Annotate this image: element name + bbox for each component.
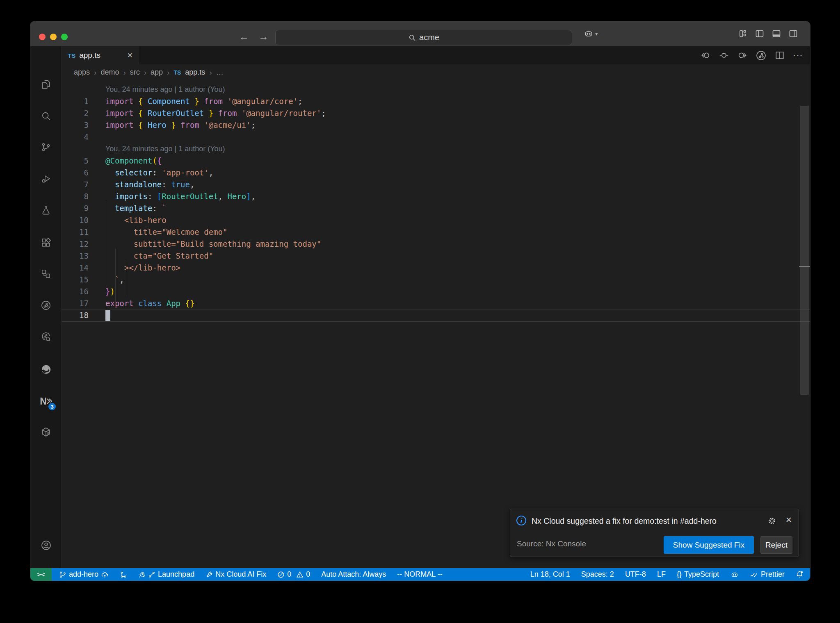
line-number: 6 [62, 167, 89, 179]
git-branch-item[interactable]: add-hero [59, 570, 109, 579]
code-line-10: 10 <lib-hero [62, 214, 810, 226]
reject-button[interactable]: Reject [760, 536, 792, 554]
nav-position-icon[interactable] [719, 50, 729, 61]
project-graph-icon[interactable] [30, 297, 62, 314]
search-icon [408, 34, 416, 42]
close-icon[interactable]: ✕ [127, 51, 133, 60]
remote-indicator[interactable]: >< [30, 568, 52, 581]
breadcrumb-item[interactable]: src [130, 68, 140, 77]
code-line-1: 1import { Component } from '@angular/cor… [62, 95, 810, 107]
code-editor[interactable]: You, 24 minutes ago | 1 author (You)1imp… [62, 80, 810, 568]
notifications-bell-item[interactable] [796, 571, 803, 578]
code-line-11: 11 title="Welcmoe demo" [62, 226, 810, 238]
scrollbar-thumb[interactable] [800, 106, 809, 395]
traffic-light-zoom[interactable] [61, 34, 68, 40]
breadcrumb-file[interactable]: app.ts [185, 68, 205, 77]
project-structure-icon[interactable] [30, 266, 62, 282]
close-icon[interactable]: ✕ [785, 515, 792, 525]
containers-icon[interactable] [30, 424, 62, 440]
language-label: TypeScript [684, 570, 719, 579]
indentation-item[interactable]: Spaces: 2 [581, 570, 614, 579]
line-number: 3 [62, 119, 89, 131]
code-line-17: 17export class App {} [62, 298, 810, 309]
copilot-icon [730, 571, 739, 579]
copilot-status-item[interactable] [730, 571, 739, 579]
editor-scrollbar[interactable] [799, 80, 810, 568]
formatter-label: Prettier [761, 570, 785, 579]
breadcrumb-item[interactable]: demo [100, 68, 119, 77]
double-check-icon [750, 571, 758, 578]
traffic-light-close[interactable] [39, 34, 46, 40]
circled-graph-icon[interactable] [756, 50, 767, 61]
source-control-icon[interactable] [30, 139, 62, 155]
notification-gear-icon[interactable] [767, 516, 776, 525]
code-line-16: 16}) [62, 286, 810, 298]
error-count: 0 [287, 570, 291, 579]
testing-icon[interactable] [30, 202, 62, 219]
run-and-debug-icon[interactable] [30, 171, 62, 187]
panel-left-icon[interactable] [755, 29, 765, 39]
panel-right-icon[interactable] [788, 29, 798, 39]
accounts-icon[interactable] [30, 537, 62, 553]
scope-graph-icon [148, 571, 155, 578]
line-number: 11 [62, 226, 89, 238]
history-forward-arrow[interactable]: → [258, 30, 269, 43]
nx-badge: 3 [48, 402, 57, 411]
edge-tools-icon[interactable] [30, 361, 62, 377]
split-editor-icon[interactable] [774, 50, 785, 61]
git-blame-row: You, 24 minutes ago | 1 author (You) [62, 143, 810, 155]
breadcrumb-item[interactable]: apps [74, 68, 90, 77]
nav-forward-icon[interactable] [737, 50, 748, 61]
customize-layout-icon[interactable] [738, 29, 748, 39]
cursor-position-item[interactable]: Ln 18, Col 1 [530, 570, 570, 579]
panel-bottom-icon[interactable] [772, 29, 781, 39]
chevron-right-icon: › [94, 68, 96, 77]
tab-app-ts[interactable]: TS app.ts ✕ [62, 46, 139, 64]
extensions-icon[interactable] [30, 234, 62, 251]
chevron-right-icon: › [123, 68, 126, 77]
problems-item[interactable]: 0 0 [277, 570, 310, 579]
eol-item[interactable]: LF [657, 570, 666, 579]
code-lines: You, 24 minutes ago | 1 author (You)1imp… [62, 84, 810, 321]
warning-count: 0 [306, 570, 310, 579]
encoding-item[interactable]: UTF-8 [625, 570, 646, 579]
language-mode-item[interactable]: {} TypeScript [677, 570, 719, 579]
code-line-5: 5@Component({ [62, 155, 810, 167]
graph-search-icon[interactable] [30, 329, 62, 345]
explorer-icon[interactable] [30, 76, 62, 93]
search-icon[interactable] [30, 108, 62, 124]
wrench-icon [205, 571, 213, 578]
show-suggested-fix-button[interactable]: Show Suggested Fix [664, 536, 754, 554]
traffic-light-minimize[interactable] [50, 34, 57, 40]
breadcrumb: apps › demo › src › app › TS app.ts › … [62, 64, 810, 80]
code-line-8: 8 imports: [RouterOutlet, Hero], [62, 191, 810, 202]
more-actions-icon[interactable]: ⋯ [793, 53, 803, 57]
braces-icon: {} [677, 570, 682, 579]
branch-name: add-hero [69, 570, 98, 579]
history-back-arrow[interactable]: ← [239, 30, 249, 43]
nx-cloud-fix-item[interactable]: Nx Cloud AI Fix [205, 570, 266, 579]
nx-console-icon[interactable]: N 3 [30, 393, 62, 409]
code-line-15: 15 `, [62, 274, 810, 286]
typescript-file-icon: TS [68, 52, 75, 59]
notification-toast: i Nx Cloud suggested a fix for demo:test… [510, 509, 799, 557]
auto-attach-item[interactable]: Auto Attach: Always [321, 570, 386, 579]
code-line-12: 12 subtitle="Build something amazing tod… [62, 238, 810, 250]
notification-source: Source: Nx Console [517, 539, 586, 548]
chevron-right-icon: › [209, 68, 212, 77]
git-blame-row: You, 24 minutes ago | 1 author (You) [62, 84, 810, 95]
breadcrumb-symbol[interactable]: … [216, 68, 224, 77]
breadcrumb-item[interactable]: app [151, 68, 163, 77]
command-center-search[interactable]: acme [275, 30, 572, 45]
vim-mode-item[interactable]: -- NORMAL -- [397, 570, 442, 579]
line-number: 10 [62, 214, 89, 226]
copilot-menu[interactable]: ▾ [583, 29, 598, 39]
formatter-item[interactable]: Prettier [750, 570, 785, 579]
launchpad-item[interactable]: Launchpad [138, 570, 194, 579]
code-line-13: 13 cta="Get Started" [62, 250, 810, 262]
git-graph-item[interactable] [120, 571, 127, 578]
cloud-upload-icon [101, 571, 109, 578]
nav-back-icon[interactable] [700, 50, 711, 61]
line-number: 4 [62, 131, 89, 143]
code-line-18: 18 [62, 309, 810, 321]
